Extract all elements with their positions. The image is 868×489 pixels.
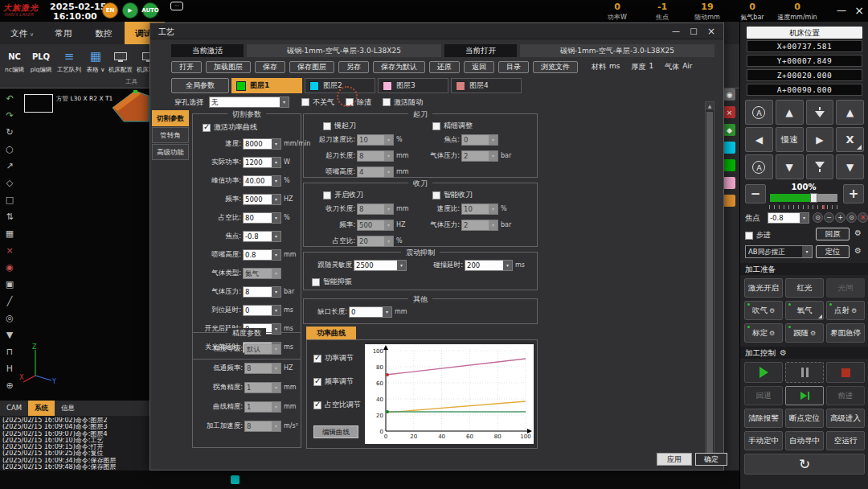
dropdown-arrow-icon[interactable]: ▾ (272, 364, 280, 373)
swatch-pink[interactable] (723, 177, 735, 189)
dialog-toolbar-button[interactable]: 目录 (498, 61, 529, 73)
node-select-icon[interactable]: ○ (0, 141, 19, 158)
start-button[interactable] (744, 362, 783, 383)
dialog-toolbar-button[interactable]: 另存 (338, 61, 369, 73)
target-icon[interactable]: ◎ (0, 310, 19, 327)
power-curve-tab[interactable]: 功率曲线 (306, 327, 356, 339)
speed-plus-button[interactable]: + (843, 184, 864, 203)
dialog-toolbar-button[interactable]: 保存为默认 (373, 61, 425, 73)
dropdown-arrow-icon[interactable]: ▾ (272, 176, 280, 186)
curve-adjust-checkbox[interactable]: 频率调节 (313, 376, 361, 387)
nozzle-down-button[interactable] (806, 154, 834, 179)
log-entries[interactable]: (2025/02/15 16:09:02)命令:图层2 (2025/02/15 … (2, 417, 149, 471)
pointer-icon[interactable]: ⊕ (0, 377, 19, 394)
step-mode-checkbox[interactable]: 步进 (745, 230, 771, 240)
scroll-up-icon[interactable]: ▲ (706, 102, 714, 110)
capture-icon[interactable]: ◉ (723, 88, 735, 101)
dropdown-arrow-icon[interactable]: ▾ (272, 232, 280, 241)
layer-tab-1[interactable]: 图层1 (231, 78, 302, 93)
control-button[interactable]: 空运行 (826, 431, 865, 450)
ribbon-plq-edit[interactable]: PLQ plq编辑 (28, 47, 54, 74)
dropdown-arrow-icon[interactable]: ▾ (489, 135, 497, 145)
control-button[interactable]: 断点定位 (785, 409, 824, 428)
curve-adjust-checkbox[interactable]: 功率调节 (313, 353, 361, 364)
edit-curve-button[interactable]: 编辑曲线 (313, 425, 358, 438)
dropdown-arrow-icon[interactable]: ▾ (489, 204, 497, 214)
speed-minus-button[interactable]: − (745, 184, 766, 203)
selection-box-icon[interactable]: ▣ (0, 276, 19, 293)
dropdown-arrow-icon[interactable]: ▾ (384, 236, 393, 246)
dropdown-arrow-icon[interactable]: ▾ (503, 261, 512, 270)
focus-set-button[interactable]: ⊙ (846, 212, 857, 223)
spot-button[interactable]: 点射 ⚙ (826, 301, 865, 320)
layer-tab-4[interactable]: 图层4 (451, 78, 522, 93)
checkbox[interactable] (745, 232, 753, 240)
dialog-toolbar-button[interactable]: 返回 (464, 61, 494, 73)
x-axis-select-button[interactable]: X (836, 127, 864, 152)
dropdown-arrow-icon[interactable]: ▾ (280, 97, 289, 107)
param-input[interactable]: 0▾ (349, 306, 392, 318)
bracket-shape-icon[interactable]: ⊓ (0, 343, 19, 360)
power-curve-chart[interactable]: 020406080100020406080100 (365, 344, 534, 444)
checkbox[interactable] (323, 191, 331, 199)
param-input[interactable]: 5000 ▾ (243, 194, 281, 205)
tab-advanced[interactable]: 高级功能 (152, 144, 189, 160)
dropdown-arrow-icon[interactable]: ▾ (384, 151, 393, 161)
param-input[interactable]: 1▾ (244, 401, 281, 413)
dialog-maximize-button[interactable]: □ (687, 26, 700, 37)
dialog-toolbar-button[interactable]: 浏览文件 (533, 61, 578, 73)
measure-icon[interactable]: ↗ (0, 158, 19, 175)
power-curve-checkbox[interactable]: 激活功率曲线 (203, 122, 301, 133)
run-badge[interactable]: ▶ (122, 2, 138, 18)
gear-icon[interactable]: ⚙ (810, 330, 816, 337)
slow-speed-button[interactable]: 慢速 (776, 127, 804, 152)
param-input[interactable]: 10▾ (461, 203, 498, 215)
param-input[interactable]: 氮气 ▾ (243, 268, 281, 279)
gear-icon[interactable]: ⚙ (780, 347, 787, 359)
record-icon[interactable]: ◉ (0, 259, 19, 276)
z-up-button[interactable]: ▲ (776, 100, 804, 125)
swatch-green[interactable] (723, 159, 735, 171)
control-button[interactable]: 自动寻中 (785, 431, 824, 450)
y-up-button[interactable]: ▲ (836, 100, 864, 125)
reset-refresh-button[interactable]: ↻ (744, 454, 865, 475)
param-input[interactable]: 2▾ (461, 150, 498, 162)
focus-clear-button[interactable]: × (858, 212, 868, 223)
checkbox[interactable] (432, 122, 440, 130)
locate-button[interactable]: 定位 (816, 245, 850, 258)
dropdown-arrow-icon[interactable]: ▾ (272, 250, 280, 260)
param-input[interactable]: -0.8 ▾ (243, 231, 281, 242)
param-input[interactable]: 4▾ (357, 166, 394, 178)
open-profile-file[interactable]: 碳钢-1mm-空气-单层-3.0-L38X25 (520, 44, 714, 57)
checkbox[interactable] (383, 98, 391, 106)
dropdown-arrow-icon[interactable]: ▾ (272, 402, 280, 412)
dropdown-arrow-icon[interactable]: ▾ (272, 344, 280, 354)
nozzle-up-button[interactable] (806, 100, 834, 125)
h-shape-icon[interactable]: H (0, 360, 19, 377)
focus-input[interactable]: -0.8 ▾ (768, 212, 809, 224)
oxygen-button[interactable]: 氧气 ⚙ (785, 301, 824, 320)
param-input[interactable]: 500▾ (357, 220, 394, 231)
ribbon-table[interactable]: ▦ 表格 ∨ (83, 47, 108, 74)
slow-start-checkbox[interactable]: 慢起刀 (323, 121, 356, 131)
region-select-icon[interactable]: ◇ (0, 175, 19, 191)
marker-flag-icon[interactable]: ▼ (0, 327, 19, 343)
dialog-scrollbar[interactable]: ▲ ▼ (705, 101, 714, 465)
z-down-button[interactable]: ▼ (776, 154, 804, 179)
curve-adjust-checkbox[interactable]: 占空比调节 (313, 400, 361, 410)
dialog-close-button[interactable]: × (705, 26, 718, 37)
redo-icon[interactable]: ↷ (0, 107, 19, 124)
rotate-view-icon[interactable]: ↻ (0, 124, 19, 141)
checkbox[interactable] (323, 122, 331, 130)
dropdown-arrow-icon[interactable]: ▾ (384, 220, 393, 230)
menu-file[interactable]: 文件∨ (0, 22, 44, 44)
gear-icon[interactable]: ⚙ (769, 330, 775, 337)
smart-endcut-checkbox[interactable]: 智能收刀 (432, 190, 473, 200)
param-input[interactable]: 40.00 ▾ (243, 175, 281, 187)
gear-icon[interactable]: ⚙ (854, 246, 862, 255)
checkbox[interactable] (301, 98, 309, 106)
swap-direction-icon[interactable]: ⇅ (0, 208, 19, 225)
dropdown-arrow-icon[interactable]: ▾ (397, 261, 406, 270)
pierce-option-checkbox[interactable]: 不关气 (301, 97, 334, 108)
window-close-button[interactable]: × (852, 3, 866, 18)
